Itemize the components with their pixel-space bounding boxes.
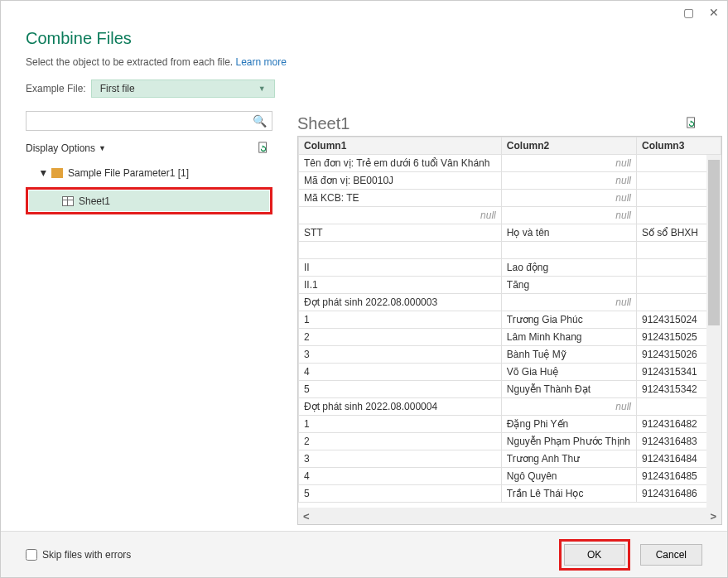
table-cell: Ngô Quyên bbox=[501, 468, 636, 485]
table-cell: null bbox=[501, 155, 636, 172]
table-cell: 1 bbox=[299, 416, 502, 433]
maximize-icon[interactable]: ▢ bbox=[683, 6, 694, 19]
table-row[interactable]: 4Võ Gia Huệ9124315341 bbox=[299, 364, 721, 381]
table-cell: Đặng Phi Yến bbox=[501, 416, 636, 433]
chevron-down-icon: ▼ bbox=[99, 144, 106, 152]
table-cell: Nguyễn Phạm Phước Thịnh bbox=[501, 433, 636, 450]
table-cell: null bbox=[501, 294, 636, 311]
table-cell: Tên đơn vị: Trẻ em dưới 6 tuổi Vân Khánh bbox=[299, 155, 502, 172]
example-file-dropdown[interactable]: First file ▼ bbox=[91, 79, 275, 98]
table-row[interactable]: 1Đặng Phi Yến9124316482 bbox=[299, 416, 721, 433]
table-cell: Lao động bbox=[501, 259, 636, 277]
table-cell: Tăng bbox=[501, 277, 636, 294]
table-cell: Trương Anh Thư bbox=[501, 450, 636, 468]
table-cell bbox=[299, 242, 502, 259]
tree-folder-row[interactable]: ▶ Sample File Parameter1 [1] bbox=[26, 162, 272, 184]
table-cell: Trần Lê Thái Học bbox=[501, 485, 636, 503]
table-row[interactable]: Tên đơn vị: Trẻ em dưới 6 tuổi Vân Khánh… bbox=[299, 155, 721, 172]
table-cell: 5 bbox=[299, 485, 502, 503]
search-input[interactable] bbox=[31, 115, 253, 127]
table-cell: Bành Tuệ Mỹ bbox=[501, 346, 636, 364]
folder-icon bbox=[51, 168, 63, 178]
horizontal-scrollbar[interactable]: < > bbox=[298, 508, 721, 524]
table-cell: null bbox=[501, 190, 636, 207]
table-cell: Trương Gia Phúc bbox=[501, 311, 636, 329]
table-cell bbox=[501, 242, 636, 259]
refresh-icon[interactable] bbox=[258, 141, 269, 157]
column-header[interactable]: Column3 bbox=[636, 137, 721, 155]
table-row[interactable]: nullnull bbox=[299, 207, 721, 224]
chevron-down-icon: ▼ bbox=[258, 84, 266, 93]
table-cell: Võ Gia Huệ bbox=[501, 364, 636, 381]
ok-button[interactable]: OK bbox=[564, 544, 625, 566]
table-row[interactable]: 5Nguyễn Thành Đạt9124315342 bbox=[299, 381, 721, 398]
caret-down-icon: ▶ bbox=[40, 171, 48, 176]
close-icon[interactable]: ✕ bbox=[709, 6, 719, 19]
table-cell: Mã đơn vị: BE0010J bbox=[299, 172, 502, 190]
table-cell: 4 bbox=[299, 468, 502, 485]
table-cell: Đợt phát sinh 2022.08.000004 bbox=[299, 398, 502, 416]
table-row[interactable]: Mã KCB: TEnull bbox=[299, 190, 721, 207]
table-cell: 3 bbox=[299, 346, 502, 364]
example-file-value: First file bbox=[100, 83, 135, 94]
table-cell: STT bbox=[299, 224, 502, 242]
table-cell: Mã KCB: TE bbox=[299, 190, 502, 207]
table-row[interactable]: 2Lâm Minh Khang9124315025 bbox=[299, 329, 721, 346]
sheet-item-label: Sheet1 bbox=[79, 195, 110, 207]
table-row[interactable]: STTHọ và tênSố sổ BHXH bbox=[299, 224, 721, 242]
display-options-button[interactable]: Display Options ▼ bbox=[26, 142, 106, 154]
table-row[interactable]: 2Nguyễn Phạm Phước Thịnh9124316483 bbox=[299, 433, 721, 450]
scroll-right-icon[interactable]: > bbox=[710, 510, 716, 523]
table-cell: null bbox=[501, 172, 636, 190]
table-row[interactable] bbox=[299, 242, 721, 259]
table-cell: II.1 bbox=[299, 277, 502, 294]
table-cell: Họ và tên bbox=[501, 224, 636, 242]
preview-title: Sheet1 bbox=[297, 114, 350, 133]
sheet-item[interactable]: Sheet1 bbox=[29, 190, 269, 211]
table-cell: null bbox=[501, 398, 636, 416]
table-cell: 5 bbox=[299, 381, 502, 398]
table-cell: 2 bbox=[299, 329, 502, 346]
refresh-preview-icon[interactable] bbox=[686, 116, 697, 132]
table-cell: null bbox=[501, 207, 636, 224]
table-row[interactable]: 5Trần Lê Thái Học9124316486 bbox=[299, 485, 721, 503]
subtitle: Select the object to be extracted from e… bbox=[26, 56, 702, 68]
table-row[interactable]: Đợt phát sinh 2022.08.000003null bbox=[299, 294, 721, 311]
learn-more-link[interactable]: Learn more bbox=[235, 56, 286, 68]
table-row[interactable]: 3Bành Tuệ Mỹ9124315026 bbox=[299, 346, 721, 364]
table-cell: II bbox=[299, 259, 502, 277]
table-row[interactable]: 4Ngô Quyên9124316485 bbox=[299, 468, 721, 485]
table-row[interactable]: IILao động bbox=[299, 259, 721, 277]
table-row[interactable]: 3Trương Anh Thư9124316484 bbox=[299, 450, 721, 468]
example-file-label: Example File: bbox=[26, 83, 86, 94]
table-row[interactable]: Đợt phát sinh 2022.08.000004null bbox=[299, 398, 721, 416]
table-cell: Nguyễn Thành Đạt bbox=[501, 381, 636, 398]
table-cell: null bbox=[299, 207, 502, 224]
column-header[interactable]: Column1 bbox=[299, 137, 502, 155]
preview-table: Column1 Column2 Column3 Tên đơn vị: Trẻ … bbox=[298, 137, 721, 503]
search-icon[interactable]: 🔍 bbox=[253, 114, 267, 128]
skip-files-checkbox-label[interactable]: Skip files with errors bbox=[26, 549, 131, 561]
skip-files-checkbox[interactable] bbox=[26, 549, 37, 561]
scroll-left-icon[interactable]: < bbox=[303, 510, 310, 523]
search-input-wrap[interactable]: 🔍 bbox=[26, 111, 272, 131]
tree-folder-label: Sample File Parameter1 [1] bbox=[68, 167, 189, 179]
table-cell: 2 bbox=[299, 433, 502, 450]
table-row[interactable]: II.1Tăng bbox=[299, 277, 721, 294]
table-row[interactable]: Mã đơn vị: BE0010Jnull bbox=[299, 172, 721, 190]
table-icon bbox=[62, 196, 74, 206]
table-cell: 1 bbox=[299, 311, 502, 329]
table-cell: 4 bbox=[299, 364, 502, 381]
page-title: Combine Files bbox=[26, 29, 702, 48]
cancel-button[interactable]: Cancel bbox=[640, 544, 702, 566]
column-header[interactable]: Column2 bbox=[501, 137, 636, 155]
table-cell: Đợt phát sinh 2022.08.000003 bbox=[299, 294, 502, 311]
vertical-scrollbar[interactable] bbox=[706, 155, 721, 508]
table-cell: 3 bbox=[299, 450, 502, 468]
table-row[interactable]: 1Trương Gia Phúc9124315024 bbox=[299, 311, 721, 329]
table-cell: Lâm Minh Khang bbox=[501, 329, 636, 346]
